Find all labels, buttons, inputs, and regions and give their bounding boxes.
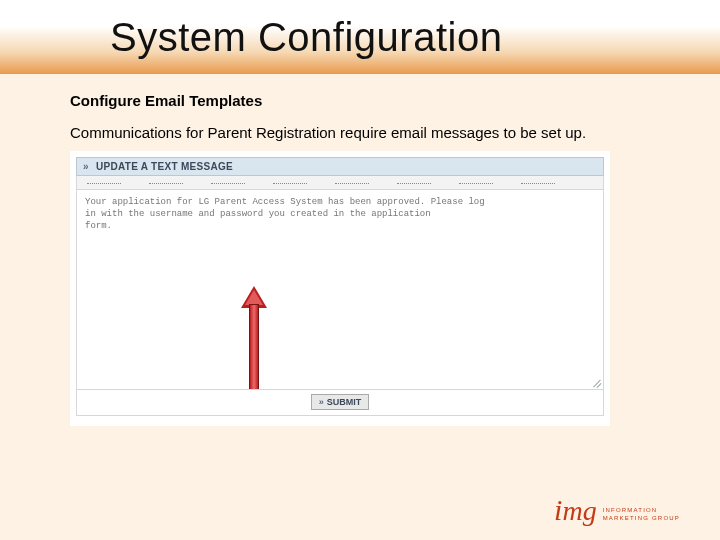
logo-mark: img bbox=[554, 498, 597, 522]
message-body-textarea[interactable]: Your application for LG Parent Access Sy… bbox=[76, 190, 604, 390]
callout-arrow bbox=[243, 286, 265, 390]
message-line: Your application for LG Parent Access Sy… bbox=[85, 196, 595, 208]
toolbar-group bbox=[521, 178, 555, 184]
toolbar-group bbox=[335, 178, 369, 184]
panel-header-label: UPDATE A TEXT MESSAGE bbox=[96, 161, 233, 172]
chevron-right-icon: » bbox=[319, 397, 324, 407]
toolbar-group bbox=[273, 178, 307, 184]
submit-button[interactable]: » SUBMIT bbox=[311, 394, 370, 410]
toolbar-group bbox=[397, 178, 431, 184]
submit-button-label: SUBMIT bbox=[327, 397, 362, 407]
chevron-right-icon: » bbox=[83, 161, 89, 172]
email-template-panel: » UPDATE A TEXT MESSAGE Your application… bbox=[70, 151, 610, 426]
section-lead-text: Communications for Parent Registration r… bbox=[70, 123, 650, 143]
toolbar-group bbox=[211, 178, 245, 184]
message-line: in with the username and password you cr… bbox=[85, 208, 595, 220]
section-subheading: Configure Email Templates bbox=[70, 92, 650, 109]
toolbar-group bbox=[149, 178, 183, 184]
submit-bar: » SUBMIT bbox=[76, 390, 604, 416]
title-bar: System Configuration bbox=[0, 0, 720, 74]
panel-header: » UPDATE A TEXT MESSAGE bbox=[76, 157, 604, 176]
arrow-stem bbox=[249, 304, 259, 390]
toolbar-group bbox=[87, 178, 121, 184]
message-line: form. bbox=[85, 220, 595, 232]
page-title: System Configuration bbox=[110, 15, 502, 60]
editor-toolbar[interactable] bbox=[76, 176, 604, 190]
toolbar-group bbox=[459, 178, 493, 184]
resize-handle-icon[interactable] bbox=[591, 377, 601, 387]
logo-tagline: INFORMATION MARKETING GROUP bbox=[603, 507, 680, 522]
footer-logo: img INFORMATION MARKETING GROUP bbox=[554, 498, 680, 522]
content-area: Configure Email Templates Communications… bbox=[0, 74, 720, 426]
